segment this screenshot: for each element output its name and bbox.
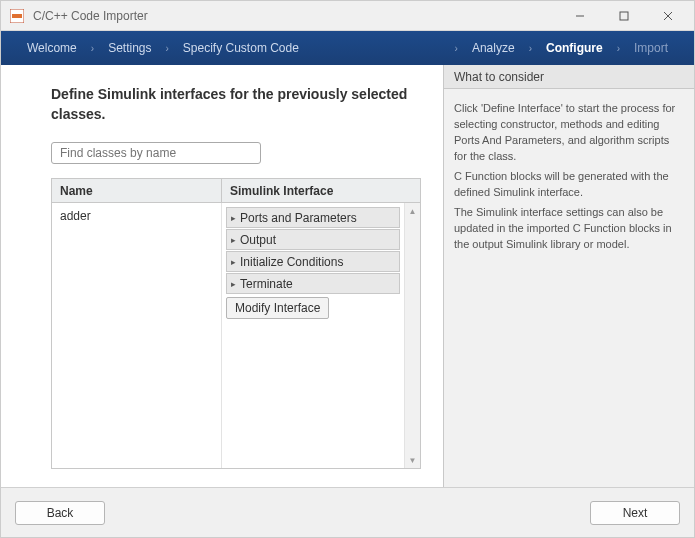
wizard-step-analyze[interactable]: Analyze	[458, 41, 529, 55]
caret-right-icon: ▸	[231, 235, 236, 245]
app-icon	[9, 8, 25, 24]
content-area: Define Simulink interfaces for the previ…	[1, 65, 694, 487]
scroll-track[interactable]	[405, 219, 420, 452]
main-panel: Define Simulink interfaces for the previ…	[1, 65, 443, 487]
wizard-step-import[interactable]: Import	[620, 41, 682, 55]
column-header-name[interactable]: Name	[52, 179, 222, 202]
wizard-stepbar: Welcome › Settings › Specify Custom Code…	[1, 31, 694, 65]
help-text: Click 'Define Interface' to start the pr…	[454, 101, 684, 165]
class-name-cell[interactable]: adder	[52, 203, 222, 468]
help-text: The Simulink interface settings can also…	[454, 205, 684, 253]
help-panel: What to consider Click 'Define Interface…	[443, 65, 694, 487]
help-panel-body: Click 'Define Interface' to start the pr…	[444, 89, 694, 487]
svg-rect-3	[620, 12, 628, 20]
app-window: C/C++ Code Importer Welcome › Settings ›…	[0, 0, 695, 538]
caret-right-icon: ▸	[231, 213, 236, 223]
window-title: C/C++ Code Importer	[33, 9, 558, 23]
maximize-button[interactable]	[602, 1, 646, 30]
wizard-step-specify[interactable]: Specify Custom Code	[169, 41, 313, 55]
back-button[interactable]: Back	[15, 501, 105, 525]
page-heading: Define Simulink interfaces for the previ…	[51, 85, 421, 124]
interface-section-init[interactable]: ▸ Initialize Conditions	[226, 251, 400, 272]
interface-section-output[interactable]: ▸ Output	[226, 229, 400, 250]
svg-rect-1	[12, 14, 22, 18]
interface-section-ports[interactable]: ▸ Ports and Parameters	[226, 207, 400, 228]
window-controls	[558, 1, 690, 30]
interface-section-label: Initialize Conditions	[240, 255, 343, 269]
scroll-down-icon[interactable]: ▼	[405, 452, 420, 468]
scroll-up-icon[interactable]: ▲	[405, 203, 420, 219]
interface-section-label: Ports and Parameters	[240, 211, 357, 225]
interface-section-label: Terminate	[240, 277, 293, 291]
caret-right-icon: ▸	[231, 257, 236, 267]
minimize-button[interactable]	[558, 1, 602, 30]
table-header: Name Simulink Interface	[52, 179, 420, 203]
wizard-step-settings[interactable]: Settings	[94, 41, 165, 55]
wizard-step-welcome[interactable]: Welcome	[13, 41, 91, 55]
interface-section-terminate[interactable]: ▸ Terminate	[226, 273, 400, 294]
modify-interface-button[interactable]: Modify Interface	[226, 297, 329, 319]
column-header-interface[interactable]: Simulink Interface	[222, 184, 420, 198]
search-input[interactable]	[51, 142, 261, 164]
classes-table: Name Simulink Interface adder ▸ Ports an…	[51, 178, 421, 469]
next-button[interactable]: Next	[590, 501, 680, 525]
scrollbar[interactable]: ▲ ▼	[404, 203, 420, 468]
interface-section-label: Output	[240, 233, 276, 247]
footer: Back Next	[1, 487, 694, 537]
titlebar: C/C++ Code Importer	[1, 1, 694, 31]
caret-right-icon: ▸	[231, 279, 236, 289]
help-text: C Function blocks will be generated with…	[454, 169, 684, 201]
interface-cell: ▸ Ports and Parameters ▸ Output ▸ Initia…	[222, 203, 404, 468]
table-body: adder ▸ Ports and Parameters ▸ Output ▸	[52, 203, 420, 468]
close-button[interactable]	[646, 1, 690, 30]
help-panel-title: What to consider	[444, 65, 694, 89]
wizard-step-configure[interactable]: Configure	[532, 41, 617, 55]
